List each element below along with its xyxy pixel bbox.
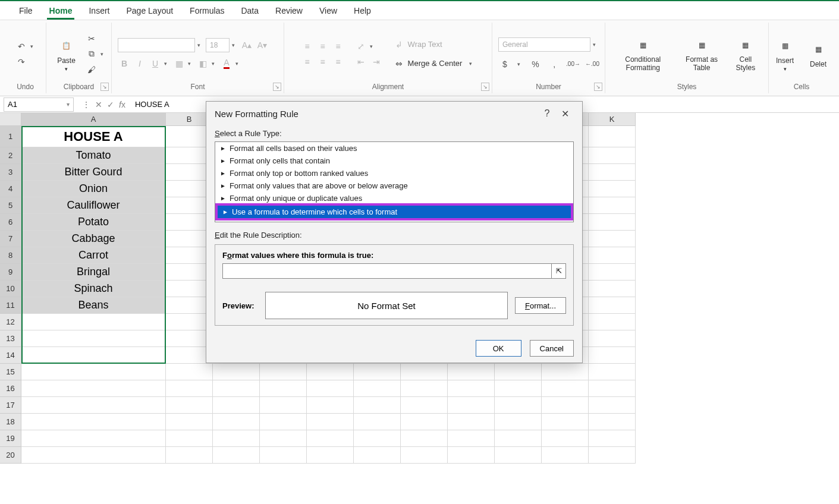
cell[interactable] bbox=[542, 380, 589, 397]
wrap-text-button[interactable]: ↲Wrap Text bbox=[392, 38, 476, 51]
cell[interactable] bbox=[542, 414, 589, 430]
cell[interactable] bbox=[354, 447, 401, 464]
col-header-a[interactable]: A bbox=[21, 113, 166, 126]
format-button[interactable]: Format... bbox=[515, 297, 566, 314]
cell[interactable] bbox=[589, 380, 636, 397]
cell[interactable] bbox=[401, 447, 448, 464]
row-header[interactable]: 20 bbox=[0, 447, 21, 464]
align-middle-icon[interactable]: ≡ bbox=[316, 40, 329, 53]
cell[interactable] bbox=[166, 397, 213, 414]
comma-icon[interactable]: , bbox=[548, 58, 561, 71]
cut-icon[interactable]: ✂ bbox=[85, 32, 98, 45]
row-header[interactable]: 15 bbox=[0, 364, 21, 380]
tab-file[interactable]: File bbox=[11, 2, 41, 19]
row-header[interactable]: 14 bbox=[0, 347, 21, 364]
row-header[interactable]: 3 bbox=[0, 164, 21, 181]
tab-insert[interactable]: Insert bbox=[80, 2, 118, 19]
fx-icon[interactable]: fx bbox=[119, 100, 125, 109]
conditional-formatting-button[interactable]: ▦ Conditional Formatting bbox=[611, 34, 674, 73]
cell[interactable] bbox=[589, 414, 636, 430]
rule-option[interactable]: ►Format only values that are above or be… bbox=[215, 179, 573, 192]
cell[interactable] bbox=[166, 414, 213, 430]
cell[interactable] bbox=[495, 447, 542, 464]
italic-button[interactable]: I bbox=[133, 57, 146, 70]
cell[interactable] bbox=[307, 380, 354, 397]
row-header[interactable]: 5 bbox=[0, 197, 21, 214]
number-format-box[interactable]: General bbox=[498, 37, 590, 52]
row-header[interactable]: 19 bbox=[0, 430, 21, 447]
cell[interactable] bbox=[589, 330, 636, 347]
decrease-decimal-icon[interactable]: ←.00 bbox=[586, 58, 599, 71]
cell[interactable] bbox=[166, 447, 213, 464]
cell[interactable]: Bitter Gourd bbox=[21, 164, 166, 181]
orientation-icon[interactable]: ⤢ bbox=[354, 40, 367, 53]
cell[interactable] bbox=[589, 197, 636, 214]
tab-help[interactable]: Help bbox=[345, 2, 379, 19]
align-bottom-icon[interactable]: ≡ bbox=[332, 40, 345, 53]
range-picker-icon[interactable]: ⇱ bbox=[552, 263, 566, 279]
number-launcher[interactable]: ↘ bbox=[594, 83, 602, 91]
font-color-button[interactable]: A bbox=[220, 57, 233, 70]
alignment-launcher[interactable]: ↘ bbox=[481, 83, 489, 91]
border-button[interactable]: ▦ bbox=[172, 57, 186, 70]
help-icon[interactable]: ? bbox=[538, 108, 556, 119]
tab-page-layout[interactable]: Page Layout bbox=[118, 2, 181, 19]
cell[interactable] bbox=[589, 181, 636, 197]
cell[interactable] bbox=[21, 364, 166, 380]
cell[interactable] bbox=[21, 430, 166, 447]
insert-cells-button[interactable]: ▦ Insert▾ bbox=[770, 35, 800, 73]
cell[interactable] bbox=[21, 397, 166, 414]
cell[interactable] bbox=[542, 364, 589, 380]
cell[interactable] bbox=[213, 414, 260, 430]
cell[interactable] bbox=[213, 380, 260, 397]
decrease-indent-icon[interactable]: ⇤ bbox=[354, 55, 367, 68]
cell[interactable] bbox=[542, 430, 589, 447]
rule-option[interactable]: ►Format only unique or duplicate values bbox=[215, 192, 573, 204]
cell[interactable] bbox=[260, 447, 307, 464]
font-size-box[interactable]: 18 bbox=[206, 38, 230, 52]
cell[interactable] bbox=[495, 397, 542, 414]
merge-center-button[interactable]: ⇔Merge & Center▾ bbox=[392, 57, 476, 70]
rule-option[interactable]: ►Format only top or bottom ranked values bbox=[215, 167, 573, 179]
cell[interactable] bbox=[21, 347, 166, 364]
row-header[interactable]: 17 bbox=[0, 397, 21, 414]
decrease-font-icon[interactable]: A▾ bbox=[256, 39, 269, 52]
row-header[interactable]: 7 bbox=[0, 231, 21, 247]
increase-font-icon[interactable]: A▴ bbox=[240, 39, 253, 52]
cell[interactable] bbox=[401, 364, 448, 380]
cell[interactable] bbox=[260, 364, 307, 380]
copy-icon[interactable]: ⧉ bbox=[85, 48, 98, 61]
rule-option[interactable]: ►Format only cells that contain bbox=[215, 155, 573, 167]
cell[interactable] bbox=[213, 397, 260, 414]
cell[interactable] bbox=[448, 430, 495, 447]
paste-button[interactable]: 📋 Paste ▾ bbox=[52, 35, 81, 73]
cell[interactable] bbox=[589, 397, 636, 414]
row-header[interactable]: 8 bbox=[0, 247, 21, 264]
cell[interactable] bbox=[589, 126, 636, 147]
percent-icon[interactable]: % bbox=[529, 58, 542, 71]
row-header[interactable]: 9 bbox=[0, 264, 21, 281]
row-header[interactable]: 10 bbox=[0, 281, 21, 297]
ok-button[interactable]: OK bbox=[476, 340, 521, 357]
cell[interactable] bbox=[589, 231, 636, 247]
cell[interactable] bbox=[354, 380, 401, 397]
cell[interactable] bbox=[495, 364, 542, 380]
cell[interactable] bbox=[589, 164, 636, 181]
row-header[interactable]: 1 bbox=[0, 126, 21, 147]
cell[interactable] bbox=[589, 364, 636, 380]
cell[interactable]: Carrot bbox=[21, 247, 166, 264]
cell[interactable] bbox=[589, 314, 636, 330]
cell[interactable] bbox=[354, 414, 401, 430]
redo-icon[interactable]: ↷ bbox=[15, 55, 28, 68]
cell[interactable] bbox=[166, 380, 213, 397]
cell[interactable] bbox=[307, 447, 354, 464]
fb-cancel-icon[interactable]: ✕ bbox=[95, 100, 102, 109]
row-header[interactable]: 11 bbox=[0, 297, 21, 314]
cell[interactable] bbox=[495, 414, 542, 430]
row-header[interactable]: 13 bbox=[0, 330, 21, 347]
cell[interactable] bbox=[448, 414, 495, 430]
cell[interactable] bbox=[21, 380, 166, 397]
cell[interactable]: Spinach bbox=[21, 281, 166, 297]
fill-color-button[interactable]: ◧ bbox=[196, 57, 209, 70]
align-right-icon[interactable]: ≡ bbox=[332, 55, 345, 68]
